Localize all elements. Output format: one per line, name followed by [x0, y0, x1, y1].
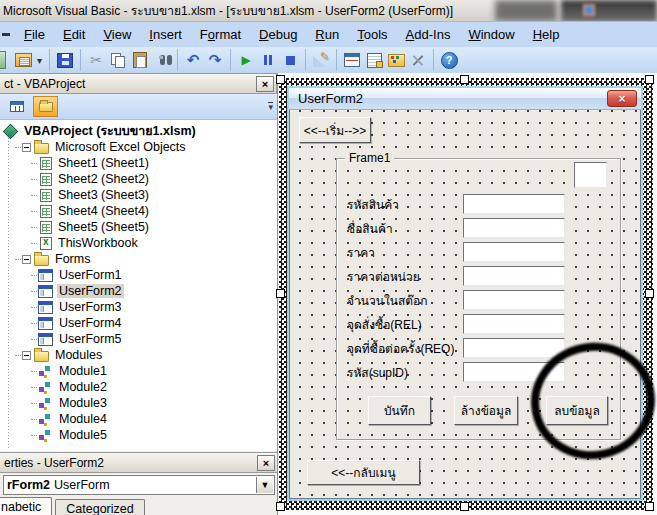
copy-icon[interactable] [107, 50, 129, 70]
menu-item[interactable]: Help [524, 24, 569, 45]
toolbox-icon[interactable] [407, 50, 429, 70]
properties-tabs: nabeticCategorized [0, 497, 278, 515]
run-icon[interactable] [235, 50, 257, 70]
field-textbox[interactable] [463, 314, 565, 334]
cut-icon[interactable] [85, 50, 107, 70]
resize-handle[interactable] [460, 502, 469, 511]
close-icon[interactable]: × [256, 76, 274, 92]
field-textbox[interactable] [463, 266, 565, 286]
tree-item[interactable]: Module5 [0, 427, 277, 443]
tree-item[interactable]: UserForm1 [0, 267, 277, 283]
toggle-folders-button[interactable] [33, 96, 58, 117]
title-bar[interactable]: Microsoft Visual Basic - ระบบขาย1.xlsm -… [0, 0, 657, 22]
view-microsoft-excel-icon[interactable] [12, 50, 34, 70]
tree-item[interactable]: Module2 [0, 379, 277, 395]
menu-item[interactable]: Tools [348, 24, 396, 45]
project-explorer-header[interactable]: ct - VBAProject × [0, 73, 277, 94]
start-button[interactable]: <<--เริ่ม-->> [299, 117, 371, 143]
resize-handle[interactable] [276, 289, 285, 298]
tree-item[interactable]: Microsoft Excel Objects [0, 139, 277, 155]
save-record-button[interactable]: บันทึก [368, 396, 431, 425]
tree-item[interactable]: Sheet4 (Sheet4) [0, 203, 277, 219]
menu-item[interactable]: Add-Ins [397, 24, 460, 45]
excel-sheet-icon [40, 221, 52, 234]
resize-handle[interactable] [645, 502, 654, 511]
find-icon[interactable] [151, 50, 173, 70]
small-textbox[interactable] [574, 162, 607, 188]
reset-icon[interactable] [279, 50, 301, 70]
paste-icon[interactable] [129, 50, 151, 70]
field-row: ชื่อสินค้า [337, 218, 620, 238]
object-combobox[interactable]: rForm2 UserForm ▼ [3, 475, 275, 495]
toolbar-overflow-icon[interactable]: ▾ [268, 102, 273, 111]
save-icon[interactable] [54, 50, 76, 70]
field-textbox[interactable] [463, 362, 565, 382]
close-icon[interactable]: × [257, 455, 275, 471]
menu-item[interactable]: Edit [54, 24, 94, 45]
tree-item[interactable]: ThisWorkbook [0, 235, 277, 251]
menu-item[interactable]: Run [306, 24, 348, 45]
tree-item[interactable]: Sheet5 (Sheet5) [0, 219, 277, 235]
properties-header[interactable]: erties - UserForm2 × [0, 452, 278, 473]
resize-handle[interactable] [460, 75, 469, 84]
redo-icon[interactable] [204, 50, 226, 70]
tree-item[interactable]: Sheet1 (Sheet1) [0, 155, 277, 171]
clear-data-button[interactable]: ล้างข้อมูล [454, 396, 518, 425]
expander-minus-icon[interactable] [22, 255, 31, 264]
field-label: จุดที่ซื้อต่อครั้ง(REQ) [347, 339, 454, 359]
chevron-down-icon[interactable]: ▼ [256, 477, 273, 493]
undo-icon[interactable] [182, 50, 204, 70]
properties-tab[interactable]: nabetic [0, 497, 52, 515]
project-explorer-icon[interactable] [341, 50, 363, 70]
close-icon[interactable]: × [607, 90, 637, 107]
form-designer-area: UserForm2 × <<--เริ่ม-->> Frame1 รหัสสิน… [278, 73, 657, 515]
form-icon [38, 269, 53, 282]
tree-item[interactable]: Module3 [0, 395, 277, 411]
expander-minus-icon[interactable] [22, 351, 31, 360]
tree-item[interactable]: Sheet2 (Sheet2) [0, 171, 277, 187]
design-mode-icon[interactable] [310, 50, 332, 70]
tree-item[interactable]: Sheet3 (Sheet3) [0, 187, 277, 203]
resize-handle[interactable] [645, 289, 654, 298]
tree-item[interactable]: VBAProject (ระบบขาย1.xlsm) [0, 123, 277, 139]
tree-item[interactable]: UserForm4 [0, 315, 277, 331]
back-to-menu-button[interactable]: <<--กลับเมนู [307, 460, 420, 485]
field-textbox[interactable] [463, 290, 565, 310]
expander-minus-icon[interactable] [22, 143, 31, 152]
tree-item[interactable]: Modules [0, 347, 277, 363]
menu-item[interactable]: File [15, 24, 54, 45]
tree-item[interactable]: UserForm2 [0, 283, 277, 299]
tree-item[interactable]: Forms [0, 251, 277, 267]
field-textbox[interactable] [463, 242, 565, 262]
menu-item[interactable]: Insert [140, 24, 191, 45]
frame1-caption: Frame1 [345, 151, 394, 165]
delete-data-button[interactable]: ลบข้อมูล [546, 396, 608, 425]
menu-item[interactable]: Window [459, 24, 523, 45]
view-object-button[interactable] [4, 96, 29, 117]
menu-item[interactable]: View [94, 24, 140, 45]
tree-item[interactable]: UserForm5 [0, 331, 277, 347]
toolbar-dropdown-arrow-icon[interactable] [34, 50, 45, 70]
properties-window-icon[interactable] [363, 50, 385, 70]
field-textbox[interactable] [463, 218, 565, 238]
resize-handle[interactable] [645, 75, 654, 84]
tree-item[interactable]: Module1 [0, 363, 277, 379]
field-textbox[interactable] [463, 194, 565, 214]
menu-item[interactable]: Format [191, 24, 250, 45]
tree-item-label: Module3 [57, 396, 109, 410]
field-label: รหัสสินค้า [347, 195, 399, 215]
properties-tab[interactable]: Categorized [55, 499, 144, 515]
menu-item[interactable]: Debug [250, 24, 306, 45]
userform-title-bar[interactable]: UserForm2 × [289, 88, 641, 110]
tree-item[interactable]: UserForm3 [0, 299, 277, 315]
tree-item[interactable]: Module4 [0, 411, 277, 427]
object-browser-icon[interactable] [385, 50, 407, 70]
resize-handle[interactable] [276, 502, 285, 511]
resize-handle[interactable] [276, 75, 285, 84]
view-object-icon [10, 101, 24, 112]
background-app-icon [583, 4, 595, 16]
help-icon[interactable] [438, 50, 460, 70]
field-textbox[interactable] [463, 338, 565, 358]
excel-sheet-icon [40, 189, 52, 202]
break-icon[interactable] [257, 50, 279, 70]
